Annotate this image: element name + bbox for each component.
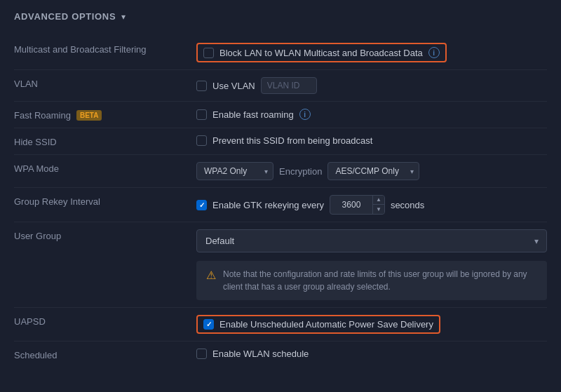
multicast-checkbox[interactable] bbox=[203, 48, 214, 58]
hide-ssid-row: Hide SSID Prevent this SSID from being b… bbox=[14, 128, 547, 155]
scheduled-control: Enable WLAN schedule bbox=[196, 349, 547, 359]
scheduled-row: Scheduled Enable WLAN schedule bbox=[14, 342, 547, 367]
group-rekey-checkbox-label: Enable GTK rekeying every bbox=[212, 200, 324, 210]
wpa-mode-row: WPA Mode WPA2 Only WPA3 Only WPA2/WPA3 ▾… bbox=[14, 155, 547, 188]
user-group-control: Default Group 1 Group 2 ▾ ⚠ Note that th… bbox=[196, 229, 547, 300]
group-rekey-label: Group Rekey Interval bbox=[14, 195, 196, 207]
fast-roaming-info-icon[interactable]: i bbox=[299, 109, 311, 120]
uapsd-checkbox[interactable] bbox=[203, 319, 214, 330]
fast-roaming-checkbox[interactable] bbox=[196, 109, 207, 120]
wpa-mode-control: WPA2 Only WPA3 Only WPA2/WPA3 ▾ Encrypti… bbox=[196, 162, 547, 180]
rekey-spinners: ▲ ▼ bbox=[372, 196, 384, 214]
user-group-warning-text: Note that the configuration and rate lim… bbox=[223, 268, 537, 293]
uapsd-highlight-box: Enable Unscheduled Automatic Power Save … bbox=[196, 315, 440, 334]
scheduled-checkbox[interactable] bbox=[196, 349, 207, 359]
rekey-interval-input-wrapper: ▲ ▼ bbox=[330, 195, 385, 215]
section-title: ADVANCED OPTIONS bbox=[14, 11, 116, 22]
user-group-select-wrapper: Default Group 1 Group 2 ▾ bbox=[196, 229, 547, 252]
chevron-down-icon: ▾ bbox=[121, 12, 126, 22]
vlan-row: VLAN Use VLAN bbox=[14, 70, 547, 102]
wpa-mode-select[interactable]: WPA2 Only WPA3 Only WPA2/WPA3 bbox=[196, 162, 273, 180]
multicast-checkbox-label: Block LAN to WLAN Multicast and Broadcas… bbox=[219, 48, 423, 58]
uapsd-checkbox-label: Enable Unscheduled Automatic Power Save … bbox=[219, 319, 433, 330]
encryption-select-wrapper: AES/CCMP Only TKIP AES/TKIP ▾ bbox=[327, 162, 419, 180]
uapsd-row: UAPSD Enable Unscheduled Automatic Power… bbox=[14, 308, 547, 342]
advanced-options-panel: ADVANCED OPTIONS ▾ Multicast and Broadca… bbox=[0, 0, 561, 379]
hide-ssid-checkbox-label: Prevent this SSID from being broadcast bbox=[212, 135, 372, 146]
group-rekey-checkbox[interactable] bbox=[196, 200, 207, 210]
multicast-row: Multicast and Broadcast Filtering Block … bbox=[14, 36, 547, 70]
multicast-label: Multicast and Broadcast Filtering bbox=[14, 43, 196, 55]
vlan-checkbox[interactable] bbox=[196, 81, 207, 91]
user-group-select[interactable]: Default Group 1 Group 2 bbox=[196, 229, 547, 252]
vlan-id-input[interactable] bbox=[261, 77, 317, 94]
group-rekey-control: Enable GTK rekeying every ▲ ▼ seconds bbox=[196, 195, 547, 215]
multicast-control: Block LAN to WLAN Multicast and Broadcas… bbox=[196, 43, 547, 62]
multicast-highlight-box: Block LAN to WLAN Multicast and Broadcas… bbox=[196, 43, 447, 62]
hide-ssid-control: Prevent this SSID from being broadcast bbox=[196, 135, 547, 146]
user-group-row: User Group Default Group 1 Group 2 ▾ ⚠ N… bbox=[14, 222, 547, 308]
fast-roaming-control: Enable fast roaming i bbox=[196, 109, 547, 120]
encryption-label: Encryption bbox=[279, 166, 322, 177]
vlan-control: Use VLAN bbox=[196, 77, 547, 94]
scheduled-checkbox-label: Enable WLAN schedule bbox=[212, 349, 309, 359]
fast-roaming-label: Fast Roaming BETA bbox=[14, 109, 196, 121]
wpa-mode-select-wrapper: WPA2 Only WPA3 Only WPA2/WPA3 ▾ bbox=[196, 162, 273, 180]
vlan-label: VLAN bbox=[14, 77, 196, 89]
multicast-info-icon[interactable]: i bbox=[428, 47, 440, 58]
scheduled-label: Scheduled bbox=[14, 349, 196, 360]
rekey-interval-input[interactable] bbox=[330, 196, 372, 213]
rekey-increment-button[interactable]: ▲ bbox=[373, 196, 384, 205]
uapsd-label: UAPSD bbox=[14, 315, 196, 327]
vlan-checkbox-label: Use VLAN bbox=[212, 81, 255, 91]
fast-roaming-row: Fast Roaming BETA Enable fast roaming i bbox=[14, 102, 547, 128]
user-group-label: User Group bbox=[14, 229, 196, 241]
beta-badge: BETA bbox=[76, 110, 102, 121]
hide-ssid-label: Hide SSID bbox=[14, 135, 196, 147]
encryption-select[interactable]: AES/CCMP Only TKIP AES/TKIP bbox=[327, 162, 419, 180]
uapsd-control: Enable Unscheduled Automatic Power Save … bbox=[196, 315, 547, 334]
warning-triangle-icon: ⚠ bbox=[206, 269, 216, 282]
hide-ssid-checkbox[interactable] bbox=[196, 135, 207, 146]
rekey-unit-label: seconds bbox=[391, 200, 424, 210]
user-group-warning-box: ⚠ Note that the configuration and rate l… bbox=[196, 261, 547, 300]
rekey-decrement-button[interactable]: ▼ bbox=[373, 205, 384, 214]
wpa-mode-label: WPA Mode bbox=[14, 162, 196, 174]
group-rekey-row: Group Rekey Interval Enable GTK rekeying… bbox=[14, 188, 547, 222]
fast-roaming-checkbox-label: Enable fast roaming bbox=[212, 109, 294, 120]
advanced-options-header[interactable]: ADVANCED OPTIONS ▾ bbox=[14, 11, 547, 22]
